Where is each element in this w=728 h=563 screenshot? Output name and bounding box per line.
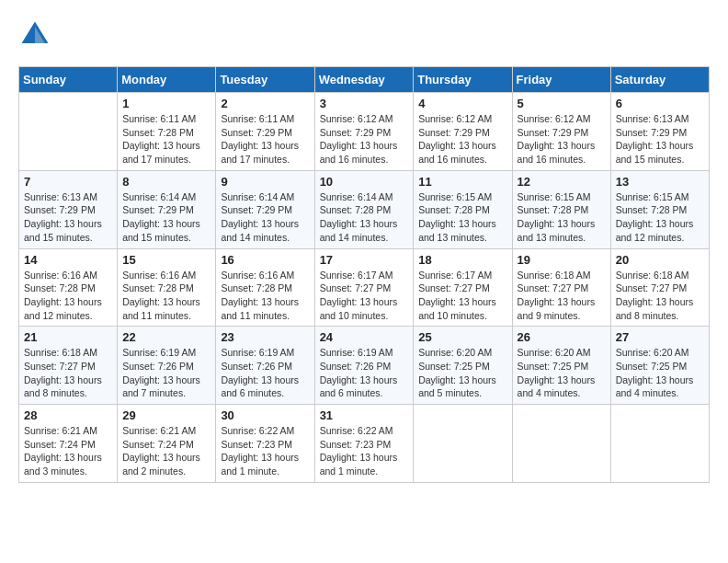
day-number: 20 bbox=[616, 253, 704, 267]
day-info: Sunrise: 6:13 AM Sunset: 7:29 PM Dayligh… bbox=[24, 190, 112, 245]
calendar-cell: 1Sunrise: 6:11 AM Sunset: 7:28 PM Daylig… bbox=[118, 93, 216, 171]
day-number: 28 bbox=[24, 408, 112, 422]
calendar-cell: 6Sunrise: 6:13 AM Sunset: 7:29 PM Daylig… bbox=[610, 93, 709, 171]
day-info: Sunrise: 6:14 AM Sunset: 7:29 PM Dayligh… bbox=[221, 190, 309, 245]
calendar-cell: 8Sunrise: 6:14 AM Sunset: 7:29 PM Daylig… bbox=[118, 170, 216, 248]
day-number: 26 bbox=[518, 330, 606, 344]
day-info: Sunrise: 6:12 AM Sunset: 7:29 PM Dayligh… bbox=[518, 112, 606, 167]
day-number: 12 bbox=[518, 175, 606, 189]
page-header bbox=[18, 18, 710, 52]
weekday-header-saturday: Saturday bbox=[610, 67, 709, 93]
weekday-header-thursday: Thursday bbox=[414, 67, 512, 93]
day-number: 29 bbox=[122, 408, 210, 422]
day-info: Sunrise: 6:20 AM Sunset: 7:25 PM Dayligh… bbox=[616, 346, 704, 400]
day-number: 10 bbox=[320, 175, 409, 189]
day-info: Sunrise: 6:15 AM Sunset: 7:28 PM Dayligh… bbox=[418, 190, 506, 245]
day-number: 27 bbox=[616, 330, 704, 344]
calendar-cell: 28Sunrise: 6:21 AM Sunset: 7:24 PM Dayli… bbox=[19, 405, 118, 483]
day-info: Sunrise: 6:17 AM Sunset: 7:27 PM Dayligh… bbox=[320, 269, 409, 323]
day-info: Sunrise: 6:15 AM Sunset: 7:28 PM Dayligh… bbox=[518, 190, 606, 245]
weekday-header-friday: Friday bbox=[512, 67, 610, 93]
calendar-cell: 5Sunrise: 6:12 AM Sunset: 7:29 PM Daylig… bbox=[512, 93, 610, 171]
day-info: Sunrise: 6:21 AM Sunset: 7:24 PM Dayligh… bbox=[24, 424, 112, 478]
day-info: Sunrise: 6:15 AM Sunset: 7:28 PM Dayligh… bbox=[616, 190, 704, 245]
day-info: Sunrise: 6:12 AM Sunset: 7:29 PM Dayligh… bbox=[320, 112, 409, 167]
calendar-cell: 12Sunrise: 6:15 AM Sunset: 7:28 PM Dayli… bbox=[512, 170, 610, 248]
weekday-header-row: SundayMondayTuesdayWednesdayThursdayFrid… bbox=[19, 67, 710, 93]
calendar-cell bbox=[512, 405, 610, 483]
calendar-cell: 4Sunrise: 6:12 AM Sunset: 7:29 PM Daylig… bbox=[414, 93, 512, 171]
day-info: Sunrise: 6:16 AM Sunset: 7:28 PM Dayligh… bbox=[221, 269, 309, 323]
calendar-table: SundayMondayTuesdayWednesdayThursdayFrid… bbox=[18, 66, 710, 483]
day-info: Sunrise: 6:12 AM Sunset: 7:29 PM Dayligh… bbox=[418, 112, 506, 167]
day-number: 24 bbox=[320, 330, 409, 344]
calendar-cell: 24Sunrise: 6:19 AM Sunset: 7:26 PM Dayli… bbox=[314, 327, 414, 405]
logo-icon bbox=[18, 18, 51, 52]
weekday-header-wednesday: Wednesday bbox=[314, 67, 414, 93]
calendar-cell: 10Sunrise: 6:14 AM Sunset: 7:28 PM Dayli… bbox=[314, 170, 414, 248]
day-info: Sunrise: 6:14 AM Sunset: 7:28 PM Dayligh… bbox=[320, 190, 409, 245]
calendar-cell: 22Sunrise: 6:19 AM Sunset: 7:26 PM Dayli… bbox=[118, 327, 216, 405]
calendar-cell: 14Sunrise: 6:16 AM Sunset: 7:28 PM Dayli… bbox=[19, 248, 118, 327]
calendar-cell: 19Sunrise: 6:18 AM Sunset: 7:27 PM Dayli… bbox=[512, 248, 610, 327]
calendar-cell: 30Sunrise: 6:22 AM Sunset: 7:23 PM Dayli… bbox=[216, 405, 314, 483]
day-number: 9 bbox=[221, 175, 309, 189]
calendar-cell: 27Sunrise: 6:20 AM Sunset: 7:25 PM Dayli… bbox=[610, 327, 709, 405]
day-info: Sunrise: 6:21 AM Sunset: 7:24 PM Dayligh… bbox=[122, 424, 210, 478]
calendar-cell: 15Sunrise: 6:16 AM Sunset: 7:28 PM Dayli… bbox=[118, 248, 216, 327]
day-info: Sunrise: 6:18 AM Sunset: 7:27 PM Dayligh… bbox=[518, 269, 606, 323]
calendar-cell: 18Sunrise: 6:17 AM Sunset: 7:27 PM Dayli… bbox=[414, 248, 512, 327]
calendar-week-row: 14Sunrise: 6:16 AM Sunset: 7:28 PM Dayli… bbox=[19, 248, 710, 327]
weekday-header-tuesday: Tuesday bbox=[216, 67, 314, 93]
calendar-week-row: 21Sunrise: 6:18 AM Sunset: 7:27 PM Dayli… bbox=[19, 327, 710, 405]
day-number: 31 bbox=[320, 408, 409, 422]
day-info: Sunrise: 6:20 AM Sunset: 7:25 PM Dayligh… bbox=[518, 346, 606, 400]
calendar-cell: 2Sunrise: 6:11 AM Sunset: 7:29 PM Daylig… bbox=[216, 93, 314, 171]
day-info: Sunrise: 6:11 AM Sunset: 7:28 PM Dayligh… bbox=[122, 112, 210, 167]
day-number: 14 bbox=[24, 253, 112, 267]
day-info: Sunrise: 6:20 AM Sunset: 7:25 PM Dayligh… bbox=[418, 346, 506, 400]
calendar-cell: 17Sunrise: 6:17 AM Sunset: 7:27 PM Dayli… bbox=[314, 248, 414, 327]
day-number: 11 bbox=[418, 175, 506, 189]
day-number: 4 bbox=[418, 97, 506, 110]
day-info: Sunrise: 6:19 AM Sunset: 7:26 PM Dayligh… bbox=[221, 346, 309, 400]
day-number: 1 bbox=[122, 97, 210, 110]
day-info: Sunrise: 6:22 AM Sunset: 7:23 PM Dayligh… bbox=[221, 424, 309, 478]
day-number: 3 bbox=[320, 97, 409, 110]
calendar-cell bbox=[19, 93, 118, 171]
day-info: Sunrise: 6:11 AM Sunset: 7:29 PM Dayligh… bbox=[221, 112, 309, 167]
calendar-cell: 25Sunrise: 6:20 AM Sunset: 7:25 PM Dayli… bbox=[414, 327, 512, 405]
calendar-cell: 21Sunrise: 6:18 AM Sunset: 7:27 PM Dayli… bbox=[19, 327, 118, 405]
day-info: Sunrise: 6:13 AM Sunset: 7:29 PM Dayligh… bbox=[616, 112, 704, 167]
day-number: 8 bbox=[122, 175, 210, 189]
day-info: Sunrise: 6:18 AM Sunset: 7:27 PM Dayligh… bbox=[616, 269, 704, 323]
day-number: 18 bbox=[418, 253, 506, 267]
calendar-cell: 16Sunrise: 6:16 AM Sunset: 7:28 PM Dayli… bbox=[216, 248, 314, 327]
day-info: Sunrise: 6:22 AM Sunset: 7:23 PM Dayligh… bbox=[320, 424, 409, 478]
calendar-cell: 3Sunrise: 6:12 AM Sunset: 7:29 PM Daylig… bbox=[314, 93, 414, 171]
day-number: 16 bbox=[221, 253, 309, 267]
calendar-cell: 13Sunrise: 6:15 AM Sunset: 7:28 PM Dayli… bbox=[610, 170, 709, 248]
day-number: 30 bbox=[221, 408, 309, 422]
calendar-cell: 26Sunrise: 6:20 AM Sunset: 7:25 PM Dayli… bbox=[512, 327, 610, 405]
weekday-header-monday: Monday bbox=[118, 67, 216, 93]
day-number: 23 bbox=[221, 330, 309, 344]
day-info: Sunrise: 6:16 AM Sunset: 7:28 PM Dayligh… bbox=[24, 269, 112, 323]
day-number: 17 bbox=[320, 253, 409, 267]
calendar-week-row: 28Sunrise: 6:21 AM Sunset: 7:24 PM Dayli… bbox=[19, 405, 710, 483]
day-number: 7 bbox=[24, 175, 112, 189]
day-info: Sunrise: 6:17 AM Sunset: 7:27 PM Dayligh… bbox=[418, 269, 506, 323]
day-number: 13 bbox=[616, 175, 704, 189]
day-info: Sunrise: 6:19 AM Sunset: 7:26 PM Dayligh… bbox=[122, 346, 210, 400]
day-number: 2 bbox=[221, 97, 309, 110]
calendar-cell: 29Sunrise: 6:21 AM Sunset: 7:24 PM Dayli… bbox=[118, 405, 216, 483]
day-info: Sunrise: 6:14 AM Sunset: 7:29 PM Dayligh… bbox=[122, 190, 210, 245]
calendar-cell: 9Sunrise: 6:14 AM Sunset: 7:29 PM Daylig… bbox=[216, 170, 314, 248]
calendar-cell: 31Sunrise: 6:22 AM Sunset: 7:23 PM Dayli… bbox=[314, 405, 414, 483]
day-number: 15 bbox=[122, 253, 210, 267]
day-number: 6 bbox=[616, 97, 704, 110]
calendar-week-row: 1Sunrise: 6:11 AM Sunset: 7:28 PM Daylig… bbox=[19, 93, 710, 171]
day-number: 19 bbox=[518, 253, 606, 267]
calendar-cell: 11Sunrise: 6:15 AM Sunset: 7:28 PM Dayli… bbox=[414, 170, 512, 248]
day-number: 21 bbox=[24, 330, 112, 344]
